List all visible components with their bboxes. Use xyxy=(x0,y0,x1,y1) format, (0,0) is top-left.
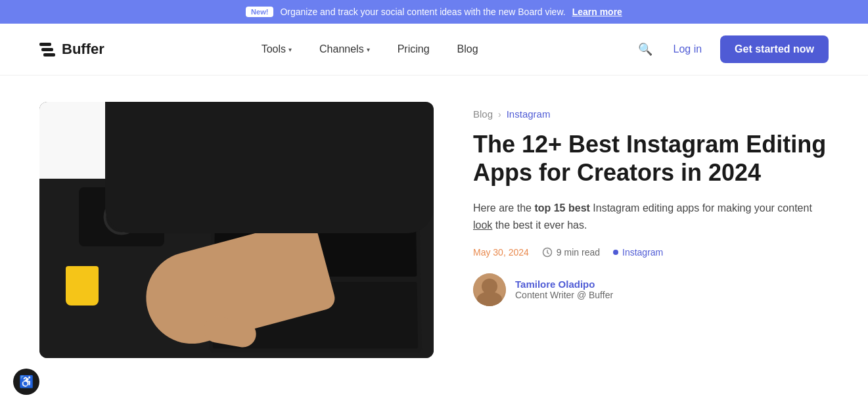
article-title: The 12+ Best Instagram Editing Apps for … xyxy=(473,130,829,187)
logo[interactable]: Buffer xyxy=(39,41,104,58)
new-badge: New! xyxy=(246,7,273,17)
article-image xyxy=(39,102,434,358)
breadcrumb-instagram[interactable]: Instagram xyxy=(507,108,551,120)
breadcrumb: Blog › Instagram xyxy=(473,108,829,120)
avatar-image xyxy=(473,273,506,306)
nav-item-tools[interactable]: Tools ▾ xyxy=(251,39,302,59)
login-button[interactable]: Log in xyxy=(666,38,710,60)
breadcrumb-separator: › xyxy=(498,109,501,120)
nav-label-channels: Channels xyxy=(319,43,364,55)
tag-dot-icon xyxy=(613,250,618,255)
header-actions: 🔍 Log in Get started now xyxy=(635,35,829,63)
author-section: Tamilore Oladipo Content Writer @ Buffer xyxy=(473,273,829,306)
accessibility-icon: ♿ xyxy=(19,374,34,384)
get-started-button[interactable]: Get started now xyxy=(720,35,829,63)
breadcrumb-blog[interactable]: Blog xyxy=(473,108,493,120)
nav-item-channels[interactable]: Channels ▾ xyxy=(309,39,380,59)
article-description: Here are the top 15 best Instagram editi… xyxy=(473,200,829,233)
logo-text: Buffer xyxy=(62,41,104,58)
article-tag[interactable]: Instagram xyxy=(613,247,663,258)
main-nav: Tools ▾ Channels ▾ Pricing Blog xyxy=(131,39,609,59)
nav-item-blog[interactable]: Blog xyxy=(447,39,489,59)
nav-label-blog: Blog xyxy=(457,43,478,55)
author-role: Content Writer @ Buffer xyxy=(515,290,613,300)
nav-label-pricing: Pricing xyxy=(398,43,430,55)
nav-item-pricing[interactable]: Pricing xyxy=(387,39,440,59)
article-info: Blog › Instagram The 12+ Best Instagram … xyxy=(473,102,829,306)
article-read-time: 9 min read xyxy=(542,247,600,258)
announcement-banner: New! Organize and track your social cont… xyxy=(0,0,868,24)
nav-label-tools: Tools xyxy=(262,43,286,55)
author-name[interactable]: Tamilore Oladipo xyxy=(515,279,613,290)
article-meta: May 30, 2024 9 min read Instagram xyxy=(473,247,829,258)
main-content: Blog › Instagram The 12+ Best Instagram … xyxy=(0,76,868,384)
learn-more-link[interactable]: Learn more xyxy=(572,7,622,17)
article-date: May 30, 2024 xyxy=(473,247,529,258)
channels-chevron-icon: ▾ xyxy=(367,46,370,53)
author-avatar xyxy=(473,273,506,306)
clock-icon xyxy=(542,247,553,258)
banner-message: Organize and track your social content i… xyxy=(280,7,565,17)
tools-chevron-icon: ▾ xyxy=(288,46,292,53)
search-button[interactable]: 🔍 xyxy=(635,39,655,59)
author-details: Tamilore Oladipo Content Writer @ Buffer xyxy=(515,279,613,300)
logo-icon xyxy=(39,43,55,57)
header: Buffer Tools ▾ Channels ▾ Pricing Blog 🔍… xyxy=(0,24,868,76)
